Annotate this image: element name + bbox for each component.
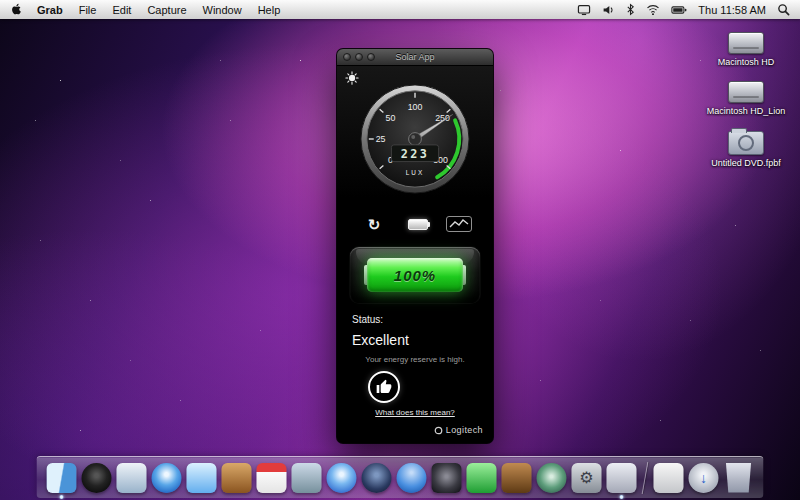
tab-history[interactable]	[446, 216, 472, 232]
desktop-icon-untitled-dvd[interactable]: Untitled DVD.fpbf	[696, 131, 796, 168]
spotlight-icon[interactable]	[777, 3, 790, 16]
solar-app-window: Solar App	[337, 49, 493, 443]
menu-edit[interactable]: Edit	[112, 4, 131, 16]
status-value: Excellent	[352, 332, 478, 348]
thumbs-up-icon	[376, 379, 392, 395]
battery-graphic: 100%	[364, 258, 466, 292]
desktop-icon-macintosh-hd-lion[interactable]: Macintosh HD_Lion	[696, 81, 796, 116]
menu-clock[interactable]: Thu 11:58 AM	[698, 4, 766, 16]
desktop-icon-label: Untitled DVD.fpbf	[711, 158, 781, 168]
status-description: Your energy reserve is high.	[352, 355, 478, 364]
dock: ⚙ ↓	[37, 456, 764, 498]
gauge-tick-50: 50	[386, 113, 396, 123]
dock-icon-app-store[interactable]	[397, 463, 427, 493]
display-icon[interactable]	[577, 4, 591, 16]
dock-icon-ichat[interactable]	[187, 463, 217, 493]
dock-icon-trash[interactable]	[724, 463, 754, 493]
apple-icon	[10, 2, 23, 16]
dock-icon-safari[interactable]	[152, 463, 182, 493]
dock-icon-downloads-stack[interactable]: ↓	[689, 463, 719, 493]
tab-battery[interactable]	[402, 214, 434, 234]
dock-icon-time-machine[interactable]	[537, 463, 567, 493]
battery-percent: 100%	[394, 267, 436, 284]
tab-energy[interactable]: ↻	[358, 214, 390, 234]
brand: Logitech	[434, 425, 483, 435]
dock-icon-ical[interactable]	[257, 463, 287, 493]
dock-icon-quicktime[interactable]	[362, 463, 392, 493]
desktop-icon-label: Macintosh HD	[718, 57, 775, 67]
zoom-button[interactable]	[367, 53, 375, 61]
dock-icon-documents-stack[interactable]	[654, 463, 684, 493]
hard-drive-icon	[728, 32, 764, 54]
minimize-button[interactable]	[355, 53, 363, 61]
hard-drive-icon	[728, 81, 764, 103]
battery-level: 100%	[367, 258, 463, 292]
menu-help[interactable]: Help	[258, 4, 281, 16]
running-indicator	[60, 495, 64, 499]
view-tabs: ↻	[358, 214, 472, 234]
dock-icon-preview[interactable]	[292, 463, 322, 493]
gauge-hub	[409, 133, 422, 146]
status-label: Status:	[352, 314, 478, 325]
battery-tab-icon	[408, 219, 428, 230]
bluetooth-icon[interactable]	[626, 3, 635, 16]
desktop-icon-column: Macintosh HD Macintosh HD_Lion Untitled …	[696, 32, 796, 168]
window-controls	[343, 53, 375, 61]
help-link[interactable]: What does this mean?	[352, 408, 478, 417]
running-indicator	[620, 495, 624, 499]
volume-icon[interactable]	[602, 4, 615, 16]
gear-icon: ⚙	[579, 468, 593, 487]
thumbs-up-badge	[368, 371, 400, 403]
dock-icon-garageband[interactable]	[502, 463, 532, 493]
dock-icon-finder[interactable]	[47, 463, 77, 493]
close-button[interactable]	[343, 53, 351, 61]
window-titlebar[interactable]: Solar App	[337, 49, 493, 66]
dock-icon-system-preferences[interactable]: ⚙	[572, 463, 602, 493]
menu-bar: Grab File Edit Capture Window Help Thu 1…	[0, 0, 800, 19]
logitech-logo-icon	[434, 426, 443, 435]
sun-brightness-icon	[345, 71, 359, 89]
burn-folder-icon	[728, 131, 764, 155]
dock-icon-facetime[interactable]	[467, 463, 497, 493]
menu-capture[interactable]: Capture	[147, 4, 186, 16]
menu-grab[interactable]: Grab	[37, 4, 63, 16]
dock-icon-dashboard[interactable]	[82, 463, 112, 493]
desktop-icon-macintosh-hd[interactable]: Macintosh HD	[696, 32, 796, 67]
wifi-icon[interactable]	[646, 4, 660, 15]
gauge-tick-100: 100	[408, 102, 423, 112]
dock-icon-mail[interactable]	[117, 463, 147, 493]
dock-icon-itunes[interactable]	[327, 463, 357, 493]
download-arrow-icon: ↓	[700, 470, 707, 486]
gauge-tick-25: 25	[376, 134, 386, 144]
dock-icon-grab[interactable]	[607, 463, 637, 493]
dock-separator	[642, 462, 649, 494]
lux-gauge: 0 25 50 100 250 500 223 LUX	[358, 82, 472, 200]
desktop-icon-label: Macintosh HD_Lion	[707, 106, 786, 116]
dock-icon-address-book[interactable]	[222, 463, 252, 493]
lux-unit: LUX	[406, 169, 424, 176]
menu-file[interactable]: File	[79, 4, 97, 16]
menu-window[interactable]: Window	[203, 4, 242, 16]
lux-value: 223	[401, 147, 430, 161]
history-graph-icon	[448, 218, 470, 230]
battery-panel: 100%	[350, 247, 480, 303]
gauge-hub-highlight	[411, 135, 415, 139]
battery-icon[interactable]	[671, 5, 687, 15]
status-section: Status: Excellent Your energy reserve is…	[337, 314, 493, 417]
dock-icon-photo-booth[interactable]	[432, 463, 462, 493]
energy-refresh-icon: ↻	[368, 217, 381, 232]
apple-menu[interactable]	[10, 2, 23, 18]
window-body: 0 25 50 100 250 500 223 LUX ↻	[337, 66, 493, 442]
brand-text: Logitech	[446, 425, 483, 435]
